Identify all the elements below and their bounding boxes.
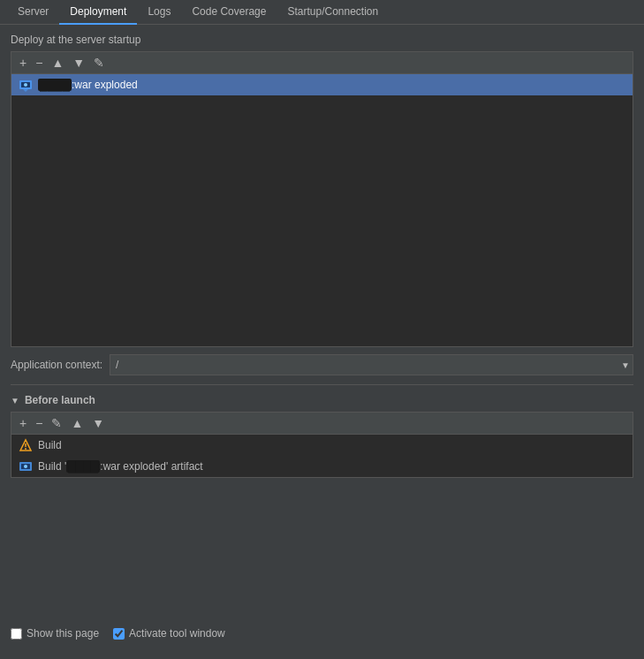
show-page-text: Show this page xyxy=(27,627,99,640)
deploy-toolbar: + − ▲ ▼ ✎ xyxy=(11,51,633,73)
app-context-row: Application context: / ▼ xyxy=(11,354,633,375)
activate-tool-checkbox[interactable] xyxy=(113,628,125,640)
app-context-select[interactable]: / xyxy=(110,354,633,375)
activate-tool-text: Activate tool window xyxy=(129,627,225,640)
deploy-remove-button[interactable]: − xyxy=(33,55,45,71)
before-add-button[interactable]: + xyxy=(17,415,29,431)
before-down-button[interactable]: ▼ xyxy=(89,415,107,431)
main-content: Deploy at the server startup + − ▲ ▼ ✎ █… xyxy=(0,25,644,654)
deploy-up-button[interactable]: ▲ xyxy=(49,55,66,71)
before-launch-item-artifact[interactable]: Build '████:war exploded' artifact xyxy=(11,456,633,477)
svg-point-5 xyxy=(25,448,27,450)
artifact-icon-2 xyxy=(19,459,33,473)
svg-point-8 xyxy=(24,465,27,468)
app-context-select-wrapper: / ▼ xyxy=(110,354,633,375)
before-launch-header: ▼ Before launch xyxy=(11,394,633,406)
show-page-label[interactable]: Show this page xyxy=(11,627,99,640)
svg-point-2 xyxy=(24,83,27,87)
section-divider xyxy=(11,384,633,385)
tab-startup-connection[interactable]: Startup/Connection xyxy=(277,0,389,25)
deploy-section-label: Deploy at the server startup xyxy=(11,34,633,46)
before-build-label: Build xyxy=(38,439,62,451)
deploy-edit-button[interactable]: ✎ xyxy=(91,55,107,71)
deploy-list-item[interactable]: ████:war exploded xyxy=(11,74,633,95)
before-launch-toolbar: + − ✎ ▲ ▼ xyxy=(11,412,633,434)
before-launch-list: Build Build '████:war exploded' artifact xyxy=(11,434,633,478)
deploy-add-button[interactable]: + xyxy=(17,55,29,71)
deploy-list: ████:war exploded xyxy=(11,73,633,347)
tab-bar: Server Deployment Logs Code Coverage Sta… xyxy=(0,0,644,25)
app-context-label: Application context: xyxy=(11,359,102,371)
redacted-text: ████ xyxy=(38,79,72,91)
before-up-button[interactable]: ▲ xyxy=(68,415,86,431)
tab-deployment[interactable]: Deployment xyxy=(59,0,137,25)
activate-tool-label[interactable]: Activate tool window xyxy=(113,627,225,640)
tab-server[interactable]: Server xyxy=(7,0,59,25)
redacted-text-2: ████ xyxy=(66,460,100,473)
footer-row: Show this page Activate tool window xyxy=(11,618,633,645)
collapse-icon[interactable]: ▼ xyxy=(11,396,19,405)
tab-logs[interactable]: Logs xyxy=(137,0,181,25)
before-launch-item-build[interactable]: Build xyxy=(11,435,633,456)
deploy-item-label: ████:war exploded xyxy=(38,79,138,91)
before-edit-button[interactable]: ✎ xyxy=(49,415,64,431)
before-remove-button[interactable]: − xyxy=(33,415,45,431)
before-artifact-label: Build '████:war exploded' artifact xyxy=(38,460,203,473)
show-page-checkbox[interactable] xyxy=(11,628,22,640)
build-icon xyxy=(19,438,33,452)
before-launch-label: Before launch xyxy=(25,394,95,406)
deploy-down-button[interactable]: ▼ xyxy=(70,55,87,71)
artifact-icon xyxy=(19,78,33,92)
tab-code-coverage[interactable]: Code Coverage xyxy=(181,0,277,25)
